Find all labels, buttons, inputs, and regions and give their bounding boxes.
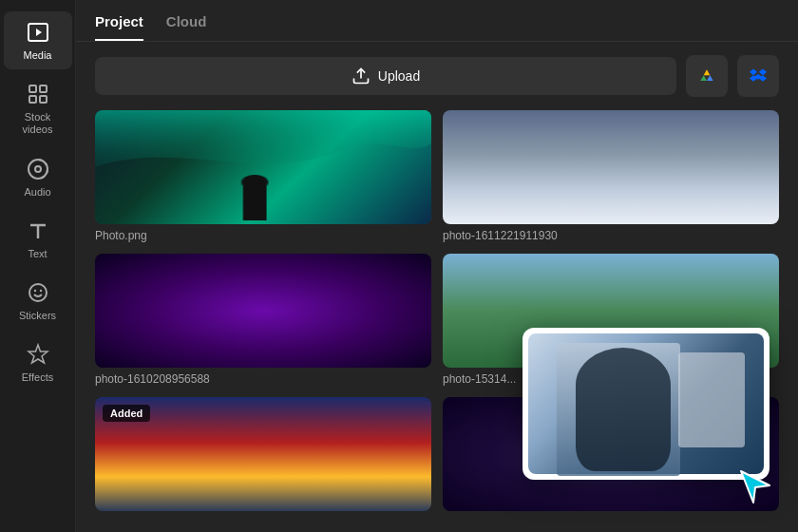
audio-icon (25, 156, 51, 182)
sidebar-item-label: Effects (22, 371, 53, 384)
preview-thumbnail (528, 333, 764, 474)
svg-point-10 (29, 284, 47, 301)
google-drive-button[interactable] (686, 55, 728, 97)
sidebar-item-text[interactable]: Text (4, 210, 72, 268)
google-drive-icon (697, 66, 716, 86)
tab-bar: Project Cloud (76, 0, 798, 42)
svg-point-11 (33, 290, 35, 292)
media-thumbnail (95, 254, 431, 368)
svg-rect-3 (40, 86, 47, 92)
media-item-lake[interactable]: Added (95, 397, 431, 516)
svg-rect-4 (29, 96, 36, 103)
sidebar-item-label: Stockvideos (23, 111, 53, 136)
sidebar-item-label: Text (28, 248, 47, 260)
upload-button[interactable]: Upload (95, 57, 676, 95)
sidebar-item-effects[interactable]: Effects (4, 333, 72, 391)
svg-point-12 (39, 290, 41, 292)
svg-point-6 (28, 160, 48, 179)
stock-videos-icon (25, 81, 51, 107)
media-thumbnail (95, 110, 431, 224)
sidebar-item-stock-videos[interactable]: Stockvideos (4, 73, 72, 143)
svg-rect-5 (40, 96, 47, 103)
sidebar-item-label: Stickers (19, 310, 56, 322)
sidebar-item-label: Media (24, 49, 52, 62)
dropbox-icon (749, 66, 768, 86)
cursor-arrow-icon (736, 466, 774, 504)
media-thumbnail (443, 110, 779, 224)
media-item-purple[interactable]: photo-1610208956588 (95, 254, 431, 386)
media-icon (25, 19, 51, 46)
sidebar-item-media[interactable]: Media (4, 11, 72, 69)
floating-preview (522, 328, 770, 480)
media-item-aurora[interactable]: Photo.png (95, 110, 431, 242)
svg-marker-15 (741, 471, 770, 503)
media-item-snow[interactable]: photo-1611221911930 (443, 110, 779, 242)
media-thumbnail: Added (95, 397, 431, 511)
svg-rect-2 (29, 86, 36, 92)
svg-marker-1 (36, 28, 42, 36)
stickers-icon (25, 279, 51, 306)
upload-label: Upload (378, 68, 420, 84)
svg-point-7 (35, 166, 41, 172)
upload-icon (352, 66, 370, 86)
sidebar-item-stickers[interactable]: Stickers (4, 272, 72, 330)
tab-cloud[interactable]: Cloud (166, 13, 207, 41)
effects-icon (25, 341, 51, 368)
dropbox-button[interactable] (737, 55, 779, 97)
media-filename: photo-1610208956588 (95, 372, 431, 386)
sidebar: Media Stockvideos Audio (0, 0, 76, 532)
sidebar-item-audio[interactable]: Audio (4, 148, 72, 206)
cursor-indicator (736, 466, 774, 508)
toolbar: Upload (76, 42, 798, 110)
svg-marker-13 (28, 345, 48, 363)
text-icon (25, 218, 51, 244)
sidebar-item-label: Audio (24, 186, 50, 199)
tab-project[interactable]: Project (95, 13, 143, 41)
media-filename: photo-1611221911930 (443, 229, 779, 242)
media-filename: Photo.png (95, 229, 431, 242)
added-badge: Added (103, 405, 150, 422)
